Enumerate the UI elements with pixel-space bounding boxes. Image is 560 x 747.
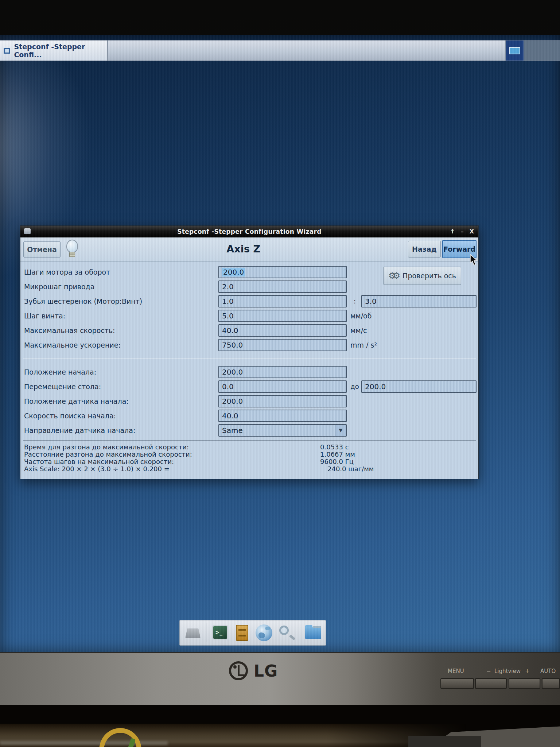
dock: >_: [179, 620, 326, 646]
summary-value: 0.0533 с: [320, 443, 349, 451]
maximize-icon[interactable]: ↑: [450, 229, 455, 235]
max-acceleration-input[interactable]: 750.0: [218, 339, 347, 351]
home-search-velocity-input[interactable]: 40.0: [218, 410, 347, 422]
range-separator: до: [350, 380, 360, 393]
separator: [23, 440, 476, 441]
microstepping-input[interactable]: 2.0: [218, 280, 347, 293]
titlebar-icon: [24, 228, 31, 234]
stepconf-window: Stepconf -Stepper Configuration Wizard ↑…: [20, 225, 479, 479]
back-button[interactable]: Назад: [408, 241, 441, 258]
plus-label: +: [525, 668, 530, 674]
summary-line: Время для разгона до максимальной скорос…: [20, 443, 478, 450]
wizard-header: Отмена Axis Z Назад Forward: [20, 237, 478, 262]
form-row: Зубья шестеренок (Мотор:Винт) 1.0 : 3.0: [20, 295, 478, 307]
lg-symbol-icon: [229, 661, 248, 680]
file-manager-icon[interactable]: [304, 624, 321, 642]
pulley-leadscrew-input[interactable]: 3.0: [361, 295, 477, 307]
dock-separator: [206, 623, 206, 642]
form-row: Направление датчика начала: Same ▼: [20, 424, 478, 437]
workspace-window-thumb: [509, 47, 520, 54]
monitor-screen: Stepconf -Stepper Confi... Stepconf -Ste…: [0, 35, 560, 652]
gears-icon: ⚙⚙: [388, 271, 397, 280]
monitor-menu-button: [440, 678, 474, 689]
monitor-bezel: LG MENU − Lightview + AUTO: [0, 652, 560, 705]
show-desktop-icon[interactable]: [184, 624, 201, 642]
field-label: Шаги мотора за оборот: [24, 266, 110, 278]
minimize-icon[interactable]: –: [461, 229, 464, 235]
desk-scene: [0, 705, 560, 747]
ratio-separator: :: [350, 295, 360, 307]
field-label: Максимальная скорость:: [24, 324, 115, 337]
file-cabinet-icon[interactable]: [233, 624, 250, 642]
steps-per-rev-input[interactable]: 200.0: [218, 266, 347, 278]
cancel-button[interactable]: Отмена: [23, 241, 61, 258]
summary-value: 1.0667 мм: [320, 450, 355, 458]
window-icon: [4, 48, 10, 54]
monitor-minus-button: [475, 678, 507, 689]
web-browser-icon[interactable]: [255, 624, 272, 642]
field-label: Перемещение стола:: [24, 380, 101, 393]
titlebar[interactable]: Stepconf -Stepper Configuration Wizard ↑…: [20, 226, 478, 237]
window-title: Stepconf -Stepper Configuration Wizard: [20, 228, 478, 235]
workspace-2[interactable]: [524, 40, 542, 61]
home-switch-direction-select[interactable]: Same ▼: [218, 424, 347, 437]
summary-value: 240.0 шаг/мм: [327, 465, 374, 473]
pulley-motor-input[interactable]: 1.0: [218, 295, 347, 307]
leadscrew-pitch-input[interactable]: 5.0: [218, 310, 347, 322]
menu-label: MENU: [448, 668, 464, 674]
mouse-cursor: [470, 254, 478, 266]
separator: [23, 358, 476, 359]
lg-logo: LG: [229, 661, 278, 680]
workspace-pager: [505, 40, 560, 61]
dock-separator: [299, 623, 299, 642]
minus-label: −: [486, 668, 491, 674]
field-label: Направление датчика начала:: [24, 424, 135, 437]
brand-text: LG: [254, 662, 278, 680]
photo-scene: Stepconf -Stepper Confi... Stepconf -Ste…: [0, 0, 560, 747]
field-label: Шаг винта:: [24, 310, 65, 322]
monitor-auto-button: [542, 678, 560, 689]
chevron-down-icon[interactable]: ▼: [335, 425, 346, 436]
taskbar-task-stepconf[interactable]: Stepconf -Stepper Confi...: [0, 40, 108, 61]
summary-line: Расстояние разгона до максимальной скоро…: [20, 450, 478, 458]
desk-shadow: [408, 736, 481, 747]
form-row: Шаг винта: 5.0 мм/об: [20, 310, 478, 322]
selected-value: 200.0: [222, 268, 245, 276]
form-row: Положение начала: 200.0: [20, 366, 478, 378]
summary-value: 9600.0 Гц: [320, 458, 354, 465]
summary-line: Axis Scale: 200 × 2 × (3.0 ÷ 1.0) × 0.20…: [20, 465, 478, 472]
home-switch-position-input[interactable]: 200.0: [218, 395, 347, 407]
form-row: Перемещение стола: 0.0 до 200.0: [20, 380, 478, 393]
travel-max-input[interactable]: 200.0: [361, 380, 477, 393]
lightview-label: Lightview: [494, 668, 521, 674]
lightbulb-icon: [65, 240, 79, 259]
field-label: Скорость поиска начала:: [24, 410, 116, 422]
max-velocity-input[interactable]: 40.0: [218, 324, 347, 337]
close-icon[interactable]: X: [470, 229, 474, 235]
unit-label: мм/с: [350, 324, 367, 337]
field-label: Положение датчика начала:: [24, 395, 129, 407]
form-row: Максимальная скорость: 40.0 мм/с: [20, 324, 478, 337]
home-position-input[interactable]: 200.0: [218, 366, 347, 378]
form-row: Максимальное ускорение: 750.0 mm / s²: [20, 339, 478, 351]
field-label: Положение начала:: [24, 366, 96, 378]
unit-label: мм/об: [350, 310, 372, 322]
terminal-icon[interactable]: >_: [211, 624, 228, 642]
desk-edge-highlight: [0, 741, 168, 745]
auto-label: AUTO: [540, 668, 556, 674]
travel-min-input[interactable]: 0.0: [218, 380, 347, 393]
workspace-3[interactable]: [542, 40, 560, 61]
summary-line: Частота шагов на максимальной скорости: …: [20, 458, 478, 465]
form-row: Скорость поиска начала: 40.0: [20, 410, 478, 422]
task-label: Stepconf -Stepper Confi...: [14, 43, 104, 59]
search-icon[interactable]: [277, 624, 294, 642]
field-label: Микрошаг привода: [24, 280, 94, 293]
page-title: Axis Z: [226, 243, 260, 255]
field-label: Максимальное ускорение:: [24, 339, 121, 351]
unit-label: mm / s²: [350, 339, 377, 351]
workspace-1-active[interactable]: [505, 40, 524, 61]
form-row: Положение датчика начала: 200.0: [20, 395, 478, 407]
monitor-plus-button: [509, 678, 540, 689]
form-row: Микрошаг привода 2.0: [20, 280, 478, 293]
taskbar: Stepconf -Stepper Confi...: [0, 40, 560, 61]
